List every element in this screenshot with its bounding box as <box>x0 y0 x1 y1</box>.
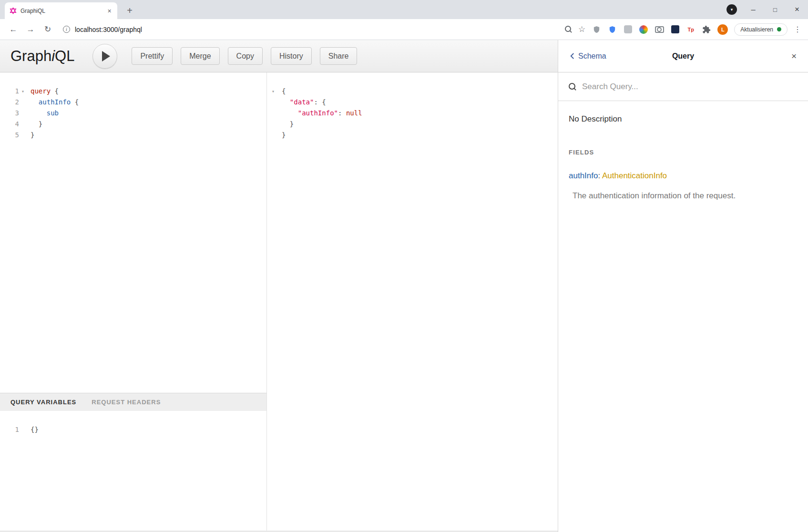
fold-gutter <box>268 97 278 108</box>
fold-marker-icon[interactable]: ▾ <box>268 86 278 97</box>
tab-search-icon[interactable]: ▾ <box>726 4 737 15</box>
graphiql-toolbar: Prettify Merge Copy History Share <box>132 47 357 65</box>
fold-gutter <box>19 108 27 119</box>
tab-title: GraphiQL <box>20 8 105 14</box>
new-tab-button[interactable]: + <box>123 4 136 17</box>
history-button[interactable]: History <box>271 47 312 65</box>
code-text: { <box>278 86 286 97</box>
tab-strip: GraphiQL × + ▾ ─ □ × <box>0 0 808 19</box>
code-line: 3 sub <box>3 108 266 119</box>
browser-tab[interactable]: GraphiQL × <box>5 2 117 19</box>
update-badge <box>777 27 781 31</box>
site-info-icon[interactable]: i <box>63 26 70 33</box>
reload-icon[interactable]: ↻ <box>41 23 54 36</box>
extension-gray-square-icon[interactable] <box>623 25 633 34</box>
extension-dark-square-icon[interactable] <box>670 25 680 34</box>
code-line: 1{} <box>3 424 266 435</box>
code-text: "authInfo": null <box>278 108 362 119</box>
code-text: } <box>27 130 34 141</box>
editor-area: 1▾query {2 authInfo {3 sub4 }5} QUERY VA… <box>0 72 558 532</box>
line-number: 2 <box>3 97 19 108</box>
doc-search-input[interactable] <box>582 82 798 92</box>
variables-title-bar: QUERY VARIABLES REQUEST HEADERS <box>0 393 266 411</box>
extension-camera-icon[interactable] <box>655 25 664 34</box>
fold-gutter <box>19 424 27 435</box>
doc-content: No Description FIELDS authInfo: Authenti… <box>558 101 808 212</box>
tab-close-icon[interactable]: × <box>105 7 113 15</box>
query-editor[interactable]: 1▾query {2 authInfo {3 sub4 }5} <box>0 72 266 393</box>
code-text: query { <box>27 86 59 97</box>
toolbar-right-icons: ☆ Tp L Aktualisieren ⋮ <box>565 23 801 36</box>
extension-tp-icon[interactable]: Tp <box>686 25 695 34</box>
address-bar[interactable]: i localhost:3000/graphql <box>58 22 561 37</box>
variables-editor[interactable]: 1{} <box>0 411 266 532</box>
code-line: 2 authInfo { <box>3 97 266 108</box>
code-line: "authInfo": null <box>268 108 558 119</box>
query-pane: 1▾query {2 authInfo {3 sub4 }5} QUERY VA… <box>0 72 267 532</box>
code-line: 5} <box>3 130 266 141</box>
url-text: localhost:3000/graphql <box>75 26 142 33</box>
doc-back-label: Schema <box>578 52 606 61</box>
search-icon <box>569 83 576 91</box>
fold-gutter <box>19 130 27 141</box>
fold-gutter <box>268 130 278 141</box>
line-number: 5 <box>3 130 19 141</box>
type-name-link[interactable]: AuthenticationInfo <box>602 171 667 180</box>
doc-close-icon[interactable]: × <box>791 51 797 61</box>
code-text: sub <box>27 108 59 119</box>
extension-colored-circle-icon[interactable] <box>639 25 648 34</box>
minimize-button[interactable]: ─ <box>742 0 764 19</box>
graphiql-header: GraphiQL Prettify Merge Copy History Sha… <box>0 40 558 72</box>
extension-blue-shield-icon[interactable] <box>607 25 617 34</box>
maximize-button[interactable]: □ <box>764 0 786 19</box>
zoom-icon[interactable] <box>565 26 572 33</box>
browser-toolbar: ← → ↻ i localhost:3000/graphql ☆ Tp L <box>0 19 808 40</box>
no-description-text: No Description <box>569 114 798 124</box>
line-number: 1 <box>3 424 19 435</box>
execute-button[interactable] <box>92 44 117 69</box>
graphiql-logo: GraphiQL <box>10 48 74 65</box>
extensions-puzzle-icon[interactable] <box>702 25 711 34</box>
copy-button[interactable]: Copy <box>228 47 263 65</box>
code-text: {} <box>27 424 39 435</box>
code-text: } <box>27 119 42 130</box>
tab-query-variables[interactable]: QUERY VARIABLES <box>10 399 76 406</box>
extension-shield-icon[interactable] <box>592 25 601 34</box>
profile-avatar[interactable]: L <box>717 24 728 35</box>
code-text: } <box>278 130 286 141</box>
chevron-left-icon <box>570 52 575 60</box>
fields-section-header: FIELDS <box>569 149 798 156</box>
graphiql-app: GraphiQL Prettify Merge Copy History Sha… <box>0 40 808 532</box>
code-line: 4 } <box>3 119 266 130</box>
doc-explorer-header: Schema Query × <box>558 40 808 72</box>
fold-gutter <box>268 119 278 130</box>
play-icon <box>102 51 110 61</box>
merge-button[interactable]: Merge <box>181 47 219 65</box>
bookmark-star-icon[interactable]: ☆ <box>578 25 585 33</box>
update-button[interactable]: Aktualisieren <box>734 23 788 36</box>
update-button-label: Aktualisieren <box>740 26 773 33</box>
tab-request-headers[interactable]: REQUEST HEADERS <box>92 399 161 406</box>
prettify-button[interactable]: Prettify <box>132 47 173 65</box>
browser-menu-icon[interactable]: ⋮ <box>794 25 801 34</box>
doc-explorer-panel: Schema Query × No Description FIELDS aut… <box>558 40 808 532</box>
back-icon[interactable]: ← <box>7 23 20 36</box>
code-line: 1▾query { <box>3 86 266 97</box>
code-text: } <box>278 119 294 130</box>
code-line: } <box>268 130 558 141</box>
fold-gutter <box>268 108 278 119</box>
fold-gutter <box>19 119 27 130</box>
share-button[interactable]: Share <box>320 47 358 65</box>
fold-marker-icon[interactable]: ▾ <box>19 86 27 97</box>
browser-window: GraphiQL × + ▾ ─ □ × ← → ↻ i localhost:3… <box>0 0 808 532</box>
line-number: 4 <box>3 119 19 130</box>
forward-icon[interactable]: → <box>24 23 37 36</box>
field-name-link[interactable]: authInfo <box>569 171 598 180</box>
field-separator: : <box>598 171 602 180</box>
code-line: "data": { <box>268 97 558 108</box>
window-controls: ─ □ × <box>742 0 808 19</box>
close-window-button[interactable]: × <box>786 0 808 19</box>
code-text: authInfo { <box>27 97 79 108</box>
doc-back-link[interactable]: Schema <box>570 52 606 61</box>
doc-search-bar <box>558 72 808 101</box>
